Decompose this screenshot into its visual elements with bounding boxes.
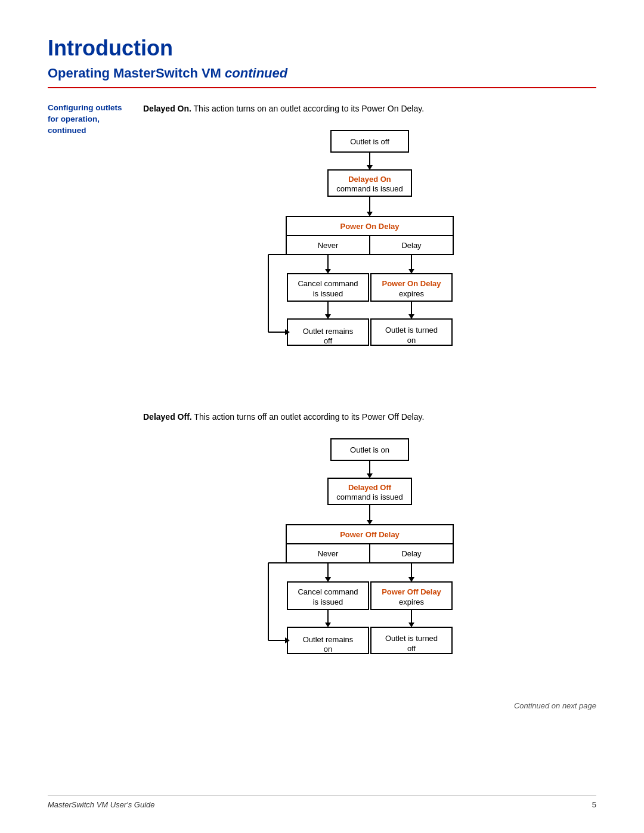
svg-marker-60 [325, 623, 331, 627]
svg-text:Power On Delay: Power On Delay [382, 279, 442, 288]
svg-text:Outlet is turned: Outlet is turned [385, 326, 438, 335]
svg-text:off: off [324, 336, 333, 345]
svg-text:on: on [407, 336, 416, 345]
svg-marker-47 [367, 520, 373, 525]
svg-text:command is issued: command is issued [336, 493, 402, 501]
svg-text:off: off [407, 644, 416, 653]
svg-text:Outlet remains: Outlet remains [303, 635, 354, 644]
svg-text:command is issued: command is issued [336, 184, 402, 193]
svg-text:Outlet is on: Outlet is on [350, 445, 389, 454]
svg-text:Cancel command: Cancel command [298, 279, 358, 288]
footer-page-number: 5 [592, 800, 596, 809]
page: Introduction Operating MasterSwitch VM c… [0, 0, 644, 833]
svg-text:Never: Never [318, 549, 339, 558]
svg-text:Delay: Delay [401, 549, 422, 558]
svg-text:Outlet is off: Outlet is off [350, 137, 389, 146]
svg-text:Outlet is turned: Outlet is turned [385, 634, 438, 643]
svg-text:is issued: is issued [313, 597, 343, 606]
svg-text:Cancel command: Cancel command [298, 587, 358, 596]
delayed-on-heading: Delayed On. [143, 104, 191, 113]
svg-marker-21 [325, 314, 331, 319]
svg-marker-26 [408, 269, 414, 274]
footer: MasterSwitch VM User's Guide 5 [48, 795, 596, 809]
svg-text:Power Off Delay: Power Off Delay [382, 587, 441, 596]
svg-marker-70 [408, 623, 414, 627]
svg-marker-65 [408, 577, 414, 582]
delayed-on-description: Delayed On. This action turns on an outl… [143, 103, 596, 115]
continued-text: Continued on next page [143, 701, 596, 710]
svg-text:Delayed On: Delayed On [348, 175, 391, 184]
svg-text:Power On Delay: Power On Delay [340, 222, 400, 231]
svg-text:expires: expires [399, 289, 424, 298]
delayed-off-svg: Outlet is on Delayed Off command is issu… [244, 433, 495, 695]
svg-text:expires: expires [399, 597, 424, 606]
section-title: Operating MasterSwitch VM continued [48, 66, 596, 81]
svg-marker-42 [367, 473, 373, 478]
svg-text:Outlet remains: Outlet remains [303, 327, 354, 336]
svg-marker-55 [325, 577, 331, 582]
main-content: Delayed On. This action turns on an outl… [143, 103, 596, 728]
delayed-off-heading: Delayed Off. [143, 412, 192, 422]
delayed-off-section: Delayed Off. This action turns off an ou… [143, 411, 596, 710]
delayed-off-flowchart: Outlet is on Delayed Off command is issu… [143, 433, 596, 695]
delayed-on-svg: Outlet is off Delayed On command is issu… [244, 125, 495, 387]
svg-text:Delayed Off: Delayed Off [348, 483, 392, 492]
svg-marker-8 [367, 212, 373, 216]
svg-text:is issued: is issued [313, 289, 343, 298]
delayed-off-description: Delayed Off. This action turns off an ou… [143, 411, 596, 423]
sidebar-label: Configuring outlets for operation, conti… [48, 103, 125, 728]
svg-marker-16 [325, 269, 331, 274]
delayed-on-flowchart: Outlet is off Delayed On command is issu… [143, 125, 596, 387]
svg-text:Never: Never [318, 241, 339, 250]
page-title: Introduction [48, 36, 596, 61]
delayed-on-section: Delayed On. This action turns on an outl… [143, 103, 596, 387]
content-area: Configuring outlets for operation, conti… [48, 103, 596, 728]
section-divider [48, 87, 596, 88]
section-title-bold: Operating MasterSwitch VM [48, 66, 221, 80]
footer-guide: MasterSwitch VM User's Guide [48, 800, 154, 809]
svg-marker-31 [408, 314, 414, 319]
section-title-italic: continued [225, 66, 287, 80]
svg-marker-3 [367, 165, 373, 170]
svg-text:Power Off Delay: Power Off Delay [340, 530, 400, 539]
svg-text:on: on [324, 645, 332, 654]
svg-text:Delay: Delay [401, 241, 422, 250]
